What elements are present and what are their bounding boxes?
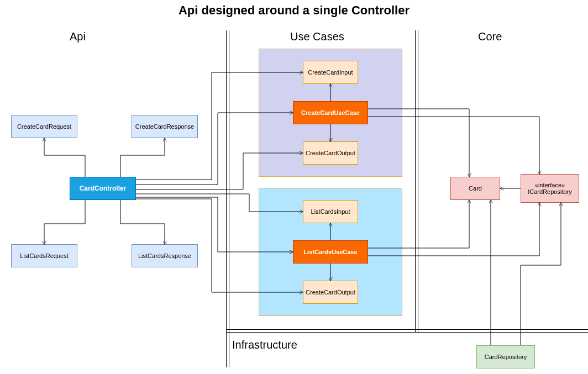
box-create-card-output-1: CreateCardOutput [303, 141, 358, 165]
divider-right-1 [415, 30, 416, 332]
divider-infra-2 [226, 332, 588, 333]
box-list-cards-input: ListCardsInput [303, 200, 358, 223]
box-list-cards-request: ListCardsRequest [11, 244, 77, 267]
divider-infra-1 [226, 329, 588, 330]
box-create-card-output-2: CreateCardOutput [303, 281, 358, 304]
box-icard-repository: «interface» ICardRepository [521, 174, 579, 203]
divider-right-2 [418, 30, 418, 332]
divider-left-1 [226, 30, 227, 367]
box-list-cards-use-case: ListCardsUseCase [293, 240, 368, 264]
diagram-canvas: Api designed around a single Controller … [0, 0, 588, 374]
box-create-card-use-case: CreateCardUseCase [293, 101, 368, 124]
box-create-card-request: CreateCardRequest [11, 115, 77, 138]
section-label-api: Api [70, 30, 86, 43]
section-label-usecases: Use Cases [290, 30, 344, 43]
section-label-core: Core [478, 30, 502, 43]
diagram-title: Api designed around a single Controller [0, 3, 588, 18]
box-card-controller: CardController [70, 177, 136, 200]
box-card-repository: CardRepository [476, 345, 535, 368]
box-list-cards-response: ListCardsResponse [132, 244, 198, 267]
section-label-infrastructure: Infrastructure [232, 339, 297, 351]
box-create-card-response: CreateCardResponse [132, 115, 198, 138]
box-create-card-input: CreateCardInput [303, 61, 358, 84]
box-card: Card [450, 177, 500, 200]
divider-left-2 [229, 30, 229, 367]
